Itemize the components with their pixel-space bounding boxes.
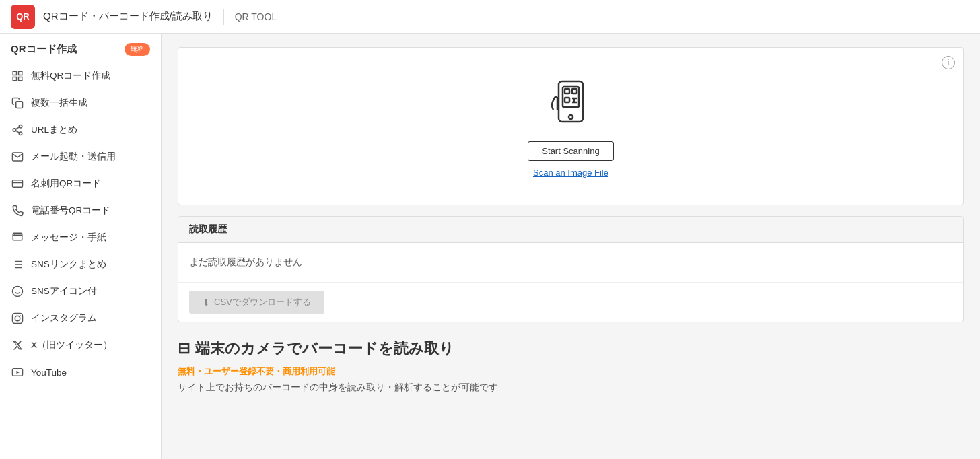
share-icon — [11, 123, 24, 137]
sidebar: QRコード作成 無料 無料QRコード作成 複数一括生成 URLまとめ — [0, 34, 162, 459]
svg-rect-0 — [13, 71, 16, 75]
header-title: QRコード・バーコード作成/読み取り — [43, 10, 213, 23]
smile-icon — [11, 285, 24, 298]
sidebar-label-meishi: 名刺用QRコード — [31, 178, 101, 190]
csv-download-button: ⬇ CSVでダウンロードする — [189, 291, 324, 314]
history-title: 読取履歴 — [189, 223, 227, 234]
sidebar-label-sns-links: SNSリンクまとめ — [31, 258, 106, 271]
sidebar-item-bulk-gen[interactable]: 複数一括生成 — [0, 90, 161, 116]
barcode-scan-icon: ⊟ — [178, 340, 190, 357]
csv-button-label: CSVでダウンロードする — [214, 296, 311, 308]
header-subtitle: QR TOOL — [235, 11, 277, 22]
svg-point-20 — [13, 287, 23, 297]
svg-rect-32 — [565, 98, 569, 102]
sidebar-item-url-summary[interactable]: URLまとめ — [0, 116, 161, 143]
list-plus-icon — [11, 258, 24, 271]
scanner-phone-icon — [544, 75, 598, 129]
highlight-text: 無料・ユーザー登録不要・商用利用可能 — [178, 365, 964, 378]
svg-rect-11 — [13, 180, 23, 188]
sidebar-item-twitter[interactable]: X（旧ツイッター） — [0, 332, 161, 359]
history-box: 読取履歴 まだ読取履歴がありません ⬇ CSVでダウンロードする — [178, 216, 964, 322]
svg-rect-4 — [16, 102, 23, 108]
sidebar-item-youtube[interactable]: YouTube — [0, 359, 161, 386]
sidebar-label-youtube: YouTube — [31, 367, 67, 378]
svg-marker-27 — [17, 371, 20, 374]
sidebar-label-free-qr: 無料QRコード作成 — [31, 70, 110, 82]
youtube-icon — [11, 365, 24, 379]
sidebar-label-phone: 電話番号QRコード — [31, 205, 110, 217]
sidebar-header: QRコード作成 無料 — [0, 34, 161, 63]
sidebar-item-sns-links[interactable]: SNSリンクまとめ — [0, 251, 161, 278]
download-icon: ⬇ — [203, 297, 210, 308]
sidebar-item-phone[interactable]: 電話番号QRコード — [0, 197, 161, 224]
sidebar-label-sns-icon: SNSアイコン付 — [31, 285, 97, 297]
twitter-x-icon — [11, 339, 24, 352]
sidebar-label-email: メール起動・送信用 — [31, 151, 116, 163]
scan-image-link[interactable]: Scan an Image File — [533, 168, 608, 178]
sidebar-item-meishi[interactable]: 名刺用QRコード — [0, 170, 161, 197]
section-title-text: 端末のカメラでバーコードを読み取り — [195, 339, 454, 359]
svg-line-9 — [15, 127, 19, 129]
history-empty-message: まだ読取履歴がありません — [178, 243, 963, 282]
layout: QRコード作成 無料 無料QRコード作成 複数一括生成 URLまとめ — [0, 34, 980, 459]
sidebar-section-title: QRコード作成 — [11, 43, 77, 56]
sidebar-item-email[interactable]: メール起動・送信用 — [0, 143, 161, 170]
section-description: サイト上でお持ちのバーコードの中身を読み取り・解析することが可能です — [178, 382, 964, 394]
scanner-box: i — [178, 47, 964, 205]
copy-icon — [11, 96, 24, 110]
svg-point-25 — [20, 315, 21, 316]
svg-rect-13 — [13, 233, 22, 240]
instagram-icon — [11, 312, 24, 325]
sidebar-label-twitter: X（旧ツイッター） — [31, 339, 112, 351]
scanner-icon-wrap — [544, 75, 598, 131]
start-scanning-button[interactable]: Start Scanning — [528, 141, 613, 161]
svg-rect-23 — [13, 314, 23, 324]
svg-rect-3 — [19, 77, 22, 81]
header-divider — [223, 9, 224, 25]
sidebar-item-sns-icon[interactable]: SNSアイコン付 — [0, 278, 161, 305]
header: QR QRコード・バーコード作成/読み取り QR TOOL — [0, 0, 980, 34]
svg-point-6 — [13, 129, 16, 132]
section-title: ⊟ 端末のカメラでバーコードを読み取り — [178, 339, 964, 359]
sidebar-label-bulk-gen: 複数一括生成 — [31, 97, 88, 109]
svg-point-24 — [15, 316, 20, 321]
svg-point-7 — [19, 132, 22, 135]
mail-icon — [11, 150, 24, 164]
svg-rect-2 — [13, 77, 16, 81]
card-icon — [11, 177, 24, 190]
svg-rect-1 — [19, 71, 22, 75]
svg-point-5 — [19, 125, 22, 129]
info-icon[interactable]: i — [942, 56, 955, 69]
sidebar-item-message[interactable]: メッセージ・手紙 — [0, 224, 161, 251]
svg-point-36 — [569, 115, 573, 119]
phone-icon — [11, 204, 24, 217]
message-icon — [11, 231, 24, 244]
svg-line-8 — [15, 131, 19, 133]
logo: QR — [11, 5, 35, 29]
bottom-section: ⊟ 端末のカメラでバーコードを読み取り 無料・ユーザー登録不要・商用利用可能 サ… — [178, 339, 964, 394]
main-content: i — [162, 34, 980, 459]
free-badge: 無料 — [125, 43, 150, 56]
sidebar-label-message: メッセージ・手紙 — [31, 232, 106, 244]
sidebar-label-url-summary: URLまとめ — [31, 124, 77, 136]
grid-icon — [11, 69, 24, 83]
sidebar-item-instagram[interactable]: インスタグラム — [0, 305, 161, 332]
history-footer: ⬇ CSVでダウンロードする — [178, 282, 963, 322]
history-header: 読取履歴 — [178, 217, 963, 243]
sidebar-label-instagram: インスタグラム — [31, 312, 97, 324]
svg-rect-31 — [572, 89, 577, 94]
sidebar-item-free-qr[interactable]: 無料QRコード作成 — [0, 63, 161, 90]
svg-rect-30 — [565, 89, 569, 94]
